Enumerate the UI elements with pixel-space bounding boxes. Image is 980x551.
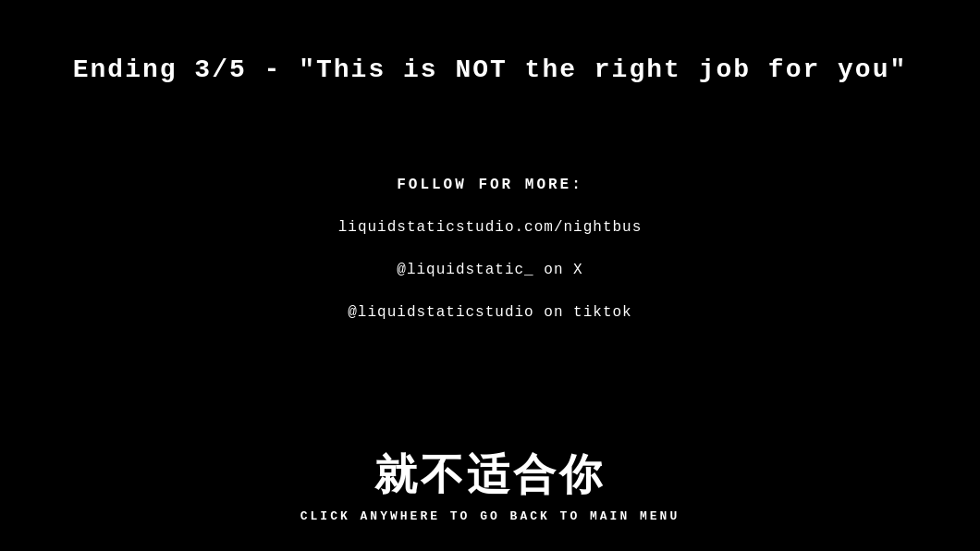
follow-link-website: liquidstaticstudio.com/nightbus (338, 219, 643, 236)
chinese-subtitle: 就不适合你 (374, 447, 606, 504)
bottom-section: 就不适合你 CLICK ANYWHERE TO GO BACK TO MAIN … (300, 447, 680, 523)
follow-link-x: @liquidstatic_ on X (397, 262, 582, 278)
follow-label: FOLLOW FOR MORE: (397, 177, 583, 193)
title-area: Ending 3/5 - "This is NOT the right job … (73, 55, 908, 84)
follow-link-tiktok: @liquidstaticstudio on tiktok (348, 304, 631, 321)
follow-section: FOLLOW FOR MORE: liquidstaticstudio.com/… (338, 177, 643, 321)
main-screen[interactable]: Ending 3/5 - "This is NOT the right job … (0, 0, 980, 551)
ending-title: Ending 3/5 - "This is NOT the right job … (73, 55, 908, 84)
click-prompt: CLICK ANYWHERE TO GO BACK TO MAIN MENU (300, 509, 680, 523)
